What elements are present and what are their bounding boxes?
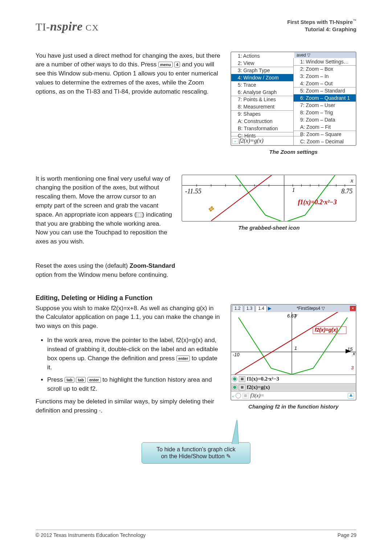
doc-title: *FirstSteps4 ▽	[271, 306, 350, 311]
close-icon[interactable]: ×	[350, 306, 356, 311]
main-menu-column: 1: Actions 2: View 3: Graph Type 4: Wind…	[231, 52, 295, 136]
menu-item[interactable]: 5: Trace	[231, 81, 294, 89]
figure-function-history: 1.2 1.3 1.4 ▶ *FirstSteps4 ▽ × 6.67 y 1 …	[230, 304, 356, 410]
enter-key: enter	[87, 377, 101, 383]
function-label: f1(x)=0.2·x²−3	[247, 376, 279, 382]
axis-screenshot: -11.55 8.75 1 x f1(x)=0.2·x²−3 ✥	[181, 175, 356, 222]
page-tab[interactable]: 1.2	[232, 305, 243, 312]
show-hide-radio[interactable]	[236, 393, 241, 398]
color-swatch-icon[interactable]: ▦	[239, 376, 245, 382]
page-footer: © 2012 Texas Instruments Education Techn…	[36, 530, 356, 538]
hide-show-callout: To hide a function's graph click on the …	[142, 442, 250, 464]
titlebar-saved: aved ▽	[294, 52, 356, 58]
expand-icon[interactable]: ⯅	[348, 393, 354, 399]
menu-screenshot: 1: Actions 2: View 3: Graph Type 4: Wind…	[230, 52, 356, 146]
header-right: First Steps with TI-Nspire™ Tutorial 4: …	[287, 18, 356, 33]
menu-item[interactable]: B: Transformation	[231, 125, 294, 132]
svg-text:8.75: 8.75	[341, 188, 352, 195]
section-heading: Editing, Deleting or Hiding a Function	[36, 294, 356, 302]
svg-text:x: x	[350, 177, 353, 184]
svg-text:1: 1	[294, 345, 297, 351]
text: option from the Window menu before conti…	[36, 271, 168, 278]
graph-screenshot: 1.2 1.3 1.4 ▶ *FirstSteps4 ▽ × 6.67 y 1 …	[230, 304, 356, 401]
menu-item[interactable]: 6: Analyse Graph	[231, 89, 294, 96]
hdr-line1: First Steps with TI-Nspire	[287, 19, 353, 25]
enter-key: enter	[176, 356, 190, 361]
show-hide-radio[interactable]	[232, 385, 237, 390]
submenu-item-highlight[interactable]: 6: Zoom – Quadrant 1	[294, 94, 356, 102]
figure-zoom-settings: 1: Actions 2: View 3: Graph Type 4: Wind…	[230, 52, 356, 155]
hdr-line2: Tutorial 4: Graphing	[287, 26, 356, 33]
history-arrow-icon[interactable]: «	[232, 138, 238, 144]
function-row[interactable]: ▦ f1(x)=0.2·x²−3	[231, 375, 356, 383]
text: Press	[47, 376, 65, 383]
page-header: TI-nspire CX First Steps with TI-Nspire™…	[36, 18, 356, 33]
submenu-item[interactable]: 3: Zoom – In	[294, 73, 356, 80]
menu-item[interactable]: 7: Points & Lines	[231, 96, 294, 103]
submenu-item[interactable]: A: Zoom – Fit	[294, 123, 356, 131]
grab-sheet-icon: ⬚	[136, 212, 142, 217]
svg-text:f2(x)=g(x): f2(x)=g(x)	[315, 327, 338, 333]
callout-line1: To hide a function's graph click	[156, 446, 235, 453]
svg-text:✥: ✥	[208, 205, 214, 213]
callout-tail	[232, 419, 238, 444]
tab-key: tab	[65, 377, 74, 383]
fig1-caption: The Zoom settings	[230, 149, 356, 155]
history-arrow-icon[interactable]: «	[232, 394, 234, 398]
para-axes-intro: You have just used a direct method for c…	[36, 52, 222, 97]
callout-line2: on the Hide/Show button ✎	[156, 453, 235, 460]
svg-text:-10: -10	[233, 352, 240, 357]
entry-text: f2(x)=g(x)	[239, 138, 264, 144]
submenu-item[interactable]: 7: Zoom – User	[294, 102, 356, 109]
text: Reset the axes using the (default)	[36, 262, 130, 269]
logo-main: nspire	[50, 20, 83, 33]
submenu-item[interactable]: 9: Zoom – Data	[294, 116, 356, 123]
figure-grabbed-sheet: -11.55 8.75 1 x f1(x)=0.2·x²−3 ✥ The gra…	[181, 175, 356, 231]
page-tab[interactable]: 1.3	[244, 305, 255, 312]
menu-item[interactable]: 1: Actions	[231, 52, 294, 59]
page-number: Page 29	[338, 532, 356, 538]
para-reset-axes: Reset the axes using the (default) Zoom-…	[36, 262, 188, 280]
bullet-list: In the work area, move the pointer to th…	[36, 336, 222, 394]
color-swatch-icon[interactable]: ▦	[242, 393, 249, 399]
function-label: f3(x)=	[250, 393, 264, 399]
menu-item[interactable]: 2: View	[231, 59, 294, 67]
four-key: 4	[174, 62, 180, 67]
page-tab-current[interactable]: 1.4	[256, 305, 267, 312]
submenu-item[interactable]: 5: Zoom – Standard	[294, 87, 356, 94]
function-history-list[interactable]: ▦ f1(x)=0.2·x²−3 ▦ f2(x)=g(x) « ▦ f3(x)=…	[231, 374, 356, 400]
para-delete: Functions may be deleted in similar ways…	[36, 397, 222, 415]
function-label: f2(x)=g(x)	[247, 384, 270, 390]
window-submenu: 1: Window Settings… 2: Zoom – Box 3: Zoo…	[293, 58, 356, 145]
tab-key: tab	[76, 377, 86, 383]
submenu-item[interactable]: 2: Zoom – Box	[294, 65, 356, 73]
logo: TI-nspire CX	[36, 20, 99, 33]
svg-text:y: y	[294, 313, 298, 318]
submenu-item[interactable]: 8: Zoom – Trig	[294, 109, 356, 116]
svg-text:1: 1	[292, 187, 295, 193]
entry-line[interactable]: « f2(x)=g(x)	[231, 136, 302, 145]
show-hide-radio[interactable]	[232, 376, 237, 382]
submenu-item[interactable]: 1: Window Settings…	[294, 58, 356, 65]
menu-item-selected[interactable]: 4: Window / Zoom	[231, 74, 294, 81]
menu-item[interactable]: A: Construction	[231, 118, 294, 125]
fig3-caption: Changing f2 in the function history	[230, 403, 356, 410]
menu-item[interactable]: 8: Measurement	[231, 103, 294, 110]
svg-text:x: x	[352, 351, 355, 356]
svg-text:3: 3	[351, 365, 354, 370]
function-row[interactable]: « ▦ f3(x)= ⯅	[231, 391, 356, 400]
bullet-item: In the work area, move the pointer to th…	[47, 336, 222, 372]
function-row-selected[interactable]: ▦ f2(x)=g(x)	[231, 383, 356, 391]
menu-item[interactable]: 9: Shapes	[231, 110, 294, 118]
copyright: © 2012 Texas Instruments Education Techn…	[36, 532, 146, 538]
svg-text:f1(x)=0.2·x²−3: f1(x)=0.2·x²−3	[298, 198, 337, 206]
fig2-caption: The grabbed-sheet icon	[181, 225, 356, 231]
color-swatch-icon[interactable]: ▦	[239, 385, 245, 390]
tab-bar: 1.2 1.3 1.4 ▶ *FirstSteps4 ▽ ×	[231, 305, 356, 312]
menu-item[interactable]: 3: Graph Type	[231, 67, 294, 74]
submenu-item[interactable]: B: Zoom – Square	[294, 131, 356, 138]
submenu-item[interactable]: 4: Zoom – Out	[294, 80, 356, 87]
submenu-item[interactable]: C: Zoom – Decimal	[294, 138, 356, 145]
bullet-item: Press tab tab enter to highlight the fun…	[47, 376, 222, 394]
para-grab-sheet: It is worth mentioning one final very us…	[36, 175, 173, 247]
